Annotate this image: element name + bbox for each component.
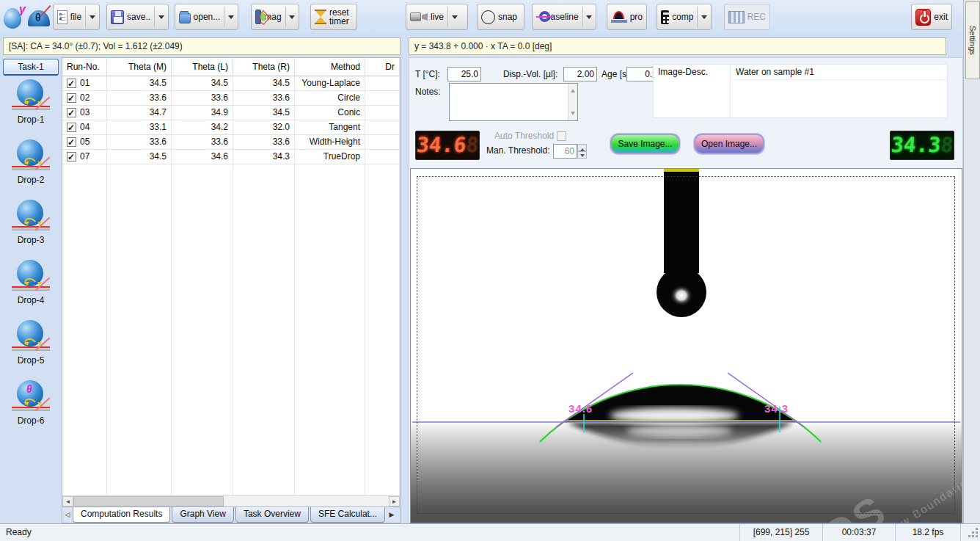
floppy-icon — [111, 10, 124, 24]
table-header-row: Run-No.Theta (M)Theta (L)Theta (R)Method… — [62, 58, 400, 76]
table-row[interactable]: 0134.534.534.5Young-Laplace — [62, 76, 400, 91]
film-strip-icon — [728, 11, 745, 23]
tab-graph-view[interactable]: Graph View — [172, 507, 233, 523]
tab-scroll-left[interactable]: ◁ — [62, 507, 73, 523]
open-image-button[interactable]: Open Image... — [694, 134, 764, 154]
left-angle-led-display: 34.68 — [415, 131, 480, 160]
surface-tension-logo-icon: γ — [3, 5, 25, 30]
baseline-button[interactable]: baseline — [532, 4, 596, 30]
comp-dropdown-caret[interactable] — [701, 15, 707, 22]
row-checkbox[interactable] — [67, 93, 76, 103]
status-message: Ready — [0, 524, 740, 541]
camera-lens-icon — [481, 10, 495, 24]
auto-threshold-checkbox[interactable] — [557, 131, 566, 141]
reset-timer-button[interactable]: reset timer — [310, 4, 357, 30]
result-summary-bar: [SA]: CA = 34.0° (±0.7); Vol = 1.612 (±2… — [3, 37, 401, 55]
settings-tab[interactable]: Settings — [965, 1, 980, 79]
sidebar-item-drop-4[interactable]: Drop-4 — [0, 258, 62, 317]
row-checkbox[interactable] — [67, 108, 76, 117]
sidebar-item-drop-1[interactable]: Drop-1 — [0, 78, 62, 137]
rec-button[interactable]: REC — [724, 4, 770, 30]
tab-computation-results[interactable]: Computation Results — [73, 507, 170, 523]
notes-input[interactable] — [449, 83, 578, 121]
elapsed-time: 00:03:37 — [823, 524, 896, 541]
drop-image-view[interactable]: NBΩS Navigating New Boundaries — [410, 168, 962, 523]
column-header[interactable]: Theta (M) — [107, 58, 172, 76]
theta-icon: θ — [26, 383, 32, 395]
task-tab[interactable]: Task-1 — [3, 59, 59, 76]
dispense-volume-label: Disp.-Vol. [µl]: — [503, 67, 557, 81]
sidebar-item-drop-5[interactable]: Drop-5 — [0, 319, 62, 377]
scrollbar-thumb[interactable] — [73, 496, 224, 506]
notes-scrollbar[interactable] — [568, 84, 577, 120]
contact-angle-logo-icon: θ — [28, 9, 51, 28]
image-description-label: Image-Desc. — [654, 65, 731, 117]
column-header[interactable]: Theta (L) — [172, 58, 233, 76]
file-icon — [57, 10, 67, 24]
threshold-spinner[interactable] — [577, 144, 587, 159]
toolbar: γ θ file save.. open... mag reset timer … — [0, 0, 980, 35]
column-header[interactable]: Dr — [365, 58, 400, 76]
resize-grip[interactable] — [961, 524, 980, 541]
drop-analysis-app: γ θ file save.. open... mag reset timer … — [0, 0, 980, 541]
dispense-volume-input[interactable] — [563, 67, 597, 81]
drop-icon: θ — [11, 379, 51, 414]
column-header[interactable]: Run-No. — [62, 58, 107, 76]
save-image-button[interactable]: Save Image... — [610, 134, 680, 154]
drop-icon — [11, 138, 51, 173]
table-row[interactable]: 0533.633.633.6Width-Height — [62, 135, 400, 150]
right-angle-led-display: 34.38 — [890, 131, 954, 160]
tab-sfe-calculat-[interactable]: SFE Calculat... — [310, 507, 385, 523]
manual-threshold-input[interactable] — [553, 144, 577, 159]
column-header[interactable]: Method — [295, 58, 365, 76]
tab-scroll-right[interactable]: ▶ — [387, 507, 397, 523]
save-dropdown-caret[interactable] — [158, 15, 164, 22]
table-row[interactable]: 0433.134.232.0Tangent — [62, 120, 400, 135]
cursor-coordinates: [699, 215] 255 — [740, 524, 823, 541]
drop-icon — [11, 198, 51, 233]
live-button[interactable]: live — [406, 4, 468, 30]
baseline-dropdown-caret[interactable] — [586, 15, 592, 22]
save-button[interactable]: save.. — [106, 4, 169, 30]
comp-button[interactable]: comp — [657, 4, 712, 30]
frame-rate: 18.2 fps — [896, 524, 961, 541]
table-horizontal-scrollbar[interactable]: ◄ ► — [62, 495, 400, 506]
file-button[interactable]: file — [53, 4, 100, 30]
needle-top-marker — [664, 169, 699, 172]
bottom-tab-strip: ◁Computation ResultsGraph ViewTask Overv… — [62, 506, 400, 523]
snap-button[interactable]: snap — [477, 4, 524, 30]
open-dropdown-caret[interactable] — [228, 15, 234, 22]
hourglass-icon — [315, 10, 326, 24]
spinner-up-arrow[interactable] — [577, 144, 587, 151]
table-row[interactable]: 0233.633.633.6Circle — [62, 91, 400, 106]
sidebar-item-drop-3[interactable]: Drop-3 — [0, 198, 62, 257]
baseline-equation-bar: y = 343.8 + 0.000 · x TA = 0.0 [deg] — [409, 37, 946, 55]
results-table: Run-No.Theta (M)Theta (L)Theta (R)Method… — [62, 58, 400, 495]
drop-icon — [11, 78, 51, 113]
spinner-down-arrow[interactable] — [577, 151, 587, 159]
calculator-icon — [661, 10, 669, 24]
exit-button[interactable]: exit — [911, 4, 952, 30]
mag-dropdown-caret[interactable] — [289, 15, 295, 22]
tab-task-overview[interactable]: Task Overview — [235, 507, 309, 523]
sidebar-item-drop-2[interactable]: Drop-2 — [0, 138, 62, 197]
table-row[interactable]: 0334.734.934.5Conic — [62, 106, 400, 120]
magnification-icon — [255, 10, 261, 24]
mag-button[interactable]: mag — [251, 4, 299, 30]
sidebar-item-drop-6[interactable]: θDrop-6 — [0, 379, 62, 437]
live-dropdown-caret[interactable] — [452, 15, 458, 22]
computation-results-panel: Run-No.Theta (M)Theta (L)Theta (R)Method… — [62, 57, 401, 523]
temperature-input[interactable] — [447, 67, 481, 81]
open-button[interactable]: open... — [175, 4, 238, 30]
scroll-left-arrow[interactable]: ◄ — [62, 496, 73, 506]
manual-threshold-label: Man. Threshold: — [486, 143, 550, 158]
pro-button[interactable]: pro — [607, 4, 647, 30]
column-header[interactable]: Theta (R) — [233, 58, 295, 76]
row-checkbox[interactable] — [67, 123, 76, 132]
row-checkbox[interactable] — [67, 79, 76, 88]
image-description-value[interactable]: Water on sample #1 — [731, 65, 947, 80]
file-dropdown-caret[interactable] — [89, 15, 95, 22]
video-camera-icon — [410, 12, 428, 22]
row-checkbox[interactable] — [67, 137, 76, 147]
scroll-right-arrow[interactable]: ► — [389, 496, 400, 506]
